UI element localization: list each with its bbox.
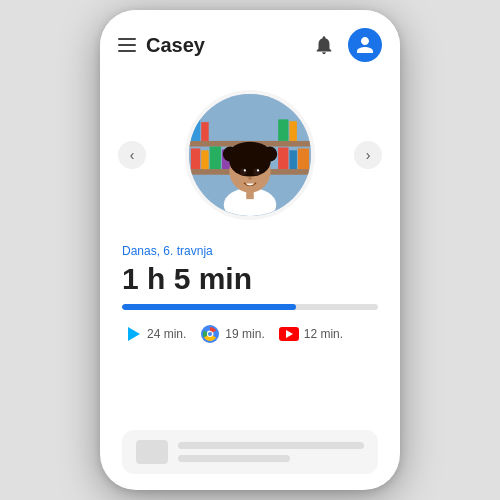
placeholder-lines — [178, 442, 364, 462]
phone-frame: Casey ‹ — [100, 10, 400, 490]
svg-point-25 — [248, 177, 252, 180]
svg-rect-4 — [201, 150, 209, 169]
svg-point-20 — [262, 147, 277, 162]
svg-rect-11 — [201, 122, 209, 141]
svg-rect-13 — [289, 121, 297, 141]
placeholder-icon — [136, 440, 168, 464]
header: Casey — [100, 10, 400, 72]
placeholder-line-1 — [178, 442, 364, 449]
svg-point-24 — [257, 169, 259, 171]
profile-photo — [185, 90, 315, 220]
usage-progress-bar — [122, 304, 378, 310]
svg-rect-9 — [298, 148, 309, 169]
app-item-chrome: 19 min. — [200, 324, 264, 344]
app-usage-row: 24 min. — [122, 324, 378, 344]
content-area: Danas, 6. travnja 1 h 5 min 24 min. — [100, 244, 400, 430]
bottom-card — [122, 430, 378, 474]
svg-rect-12 — [278, 119, 288, 141]
svg-rect-5 — [210, 147, 221, 170]
progress-bar-fill — [122, 304, 296, 310]
svg-point-19 — [223, 147, 238, 162]
svg-point-30 — [208, 332, 212, 336]
carousel-area: ‹ — [118, 82, 382, 228]
notifications-button[interactable] — [310, 31, 338, 59]
chrome-icon — [200, 324, 220, 344]
profile-section: ‹ — [100, 72, 400, 244]
svg-rect-3 — [191, 148, 200, 169]
svg-rect-10 — [191, 120, 200, 141]
carousel-next-button[interactable]: › — [354, 141, 382, 169]
svg-point-23 — [244, 169, 246, 171]
svg-point-22 — [253, 168, 260, 176]
carousel-prev-button[interactable]: ‹ — [118, 141, 146, 169]
app-item-youtube: 12 min. — [279, 324, 343, 344]
menu-button[interactable] — [118, 38, 136, 52]
youtube-icon — [279, 324, 299, 344]
youtube-time: 12 min. — [304, 327, 343, 341]
app-item-play: 24 min. — [122, 324, 186, 344]
play-store-icon — [122, 324, 142, 344]
page-title: Casey — [146, 34, 310, 57]
play-store-time: 24 min. — [147, 327, 186, 341]
svg-point-21 — [240, 168, 247, 176]
svg-rect-7 — [278, 147, 288, 169]
header-actions — [310, 28, 382, 62]
date-label: Danas, 6. travnja — [122, 244, 378, 258]
svg-rect-8 — [289, 150, 297, 169]
user-avatar[interactable] — [348, 28, 382, 62]
chrome-time: 19 min. — [225, 327, 264, 341]
placeholder-line-2 — [178, 455, 290, 462]
total-time-display: 1 h 5 min — [122, 262, 378, 296]
